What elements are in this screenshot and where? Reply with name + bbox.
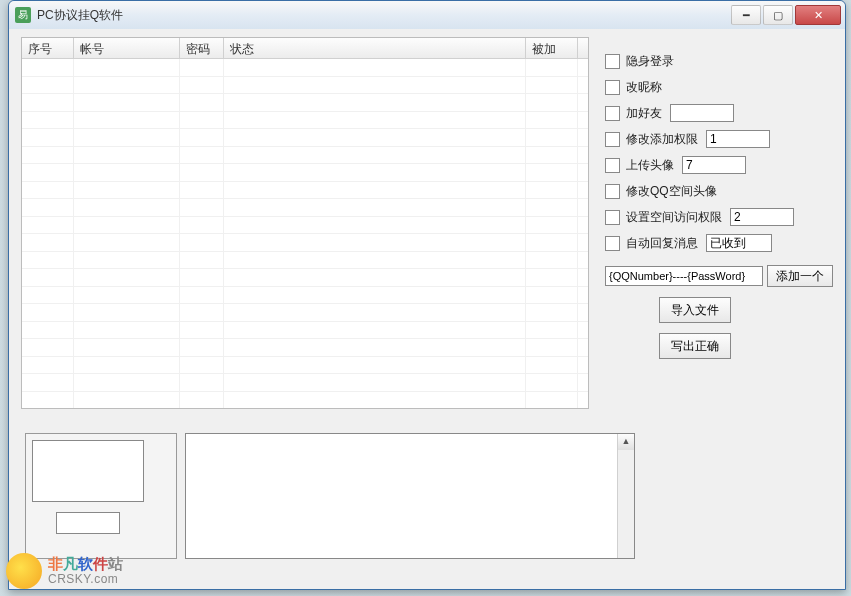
checkbox-modify-perm[interactable]: [605, 132, 620, 147]
table-row[interactable]: [22, 269, 588, 287]
client-area: 序号帐号密码状态被加 隐身登录 改昵称 加好友 修改添加权限: [17, 35, 837, 581]
app-icon: 易: [15, 7, 31, 23]
table-row[interactable]: [22, 392, 588, 409]
label-upload-avatar: 上传头像: [626, 157, 674, 174]
input-modify-perm[interactable]: [706, 130, 770, 148]
preview-box: [25, 433, 177, 559]
scroll-up-icon[interactable]: ▲: [618, 434, 634, 450]
column-header[interactable]: 序号: [22, 38, 74, 58]
add-one-button[interactable]: 添加一个: [767, 265, 833, 287]
checkbox-change-qzone-avatar[interactable]: [605, 184, 620, 199]
column-header[interactable]: 帐号: [74, 38, 180, 58]
table-body: [22, 59, 588, 408]
preview-image: [32, 440, 144, 502]
table-row[interactable]: [22, 147, 588, 165]
table-row[interactable]: [22, 357, 588, 375]
checkbox-auto-reply[interactable]: [605, 236, 620, 251]
bottom-panel: ▲: [21, 423, 641, 573]
table-row[interactable]: [22, 112, 588, 130]
table-row[interactable]: [22, 164, 588, 182]
table-row[interactable]: [22, 77, 588, 95]
input-upload-avatar[interactable]: [682, 156, 746, 174]
maximize-button[interactable]: ▢: [763, 5, 793, 25]
table-row[interactable]: [22, 217, 588, 235]
checkbox-upload-avatar[interactable]: [605, 158, 620, 173]
minimize-button[interactable]: ━: [731, 5, 761, 25]
label-change-qzone-avatar: 修改QQ空间头像: [626, 183, 717, 200]
options-panel: 隐身登录 改昵称 加好友 修改添加权限 上传头像: [605, 51, 835, 359]
input-set-qzone-perm[interactable]: [730, 208, 794, 226]
table-row[interactable]: [22, 59, 588, 77]
preview-input[interactable]: [56, 512, 120, 534]
table-row[interactable]: [22, 339, 588, 357]
label-set-qzone-perm: 设置空间访问权限: [626, 209, 722, 226]
scrollbar[interactable]: ▲: [617, 434, 634, 558]
table-row[interactable]: [22, 374, 588, 392]
accounts-table[interactable]: 序号帐号密码状态被加: [21, 37, 589, 409]
checkbox-change-nick[interactable]: [605, 80, 620, 95]
table-row[interactable]: [22, 199, 588, 217]
titlebar[interactable]: 易 PC协议挂Q软件 ━ ▢ ✕: [9, 1, 845, 29]
table-row[interactable]: [22, 287, 588, 305]
table-row[interactable]: [22, 234, 588, 252]
table-row[interactable]: [22, 129, 588, 147]
window-buttons: ━ ▢ ✕: [731, 5, 841, 25]
column-header[interactable]: 密码: [180, 38, 224, 58]
log-textarea[interactable]: ▲: [185, 433, 635, 559]
checkbox-add-friend[interactable]: [605, 106, 620, 121]
label-change-nick: 改昵称: [626, 79, 662, 96]
close-button[interactable]: ✕: [795, 5, 841, 25]
table-row[interactable]: [22, 252, 588, 270]
app-window: 易 PC协议挂Q软件 ━ ▢ ✕ 序号帐号密码状态被加 隐身登录 改昵称: [8, 0, 846, 590]
input-add-friend[interactable]: [670, 104, 734, 122]
import-file-button[interactable]: 导入文件: [659, 297, 731, 323]
checkbox-set-qzone-perm[interactable]: [605, 210, 620, 225]
table-row[interactable]: [22, 322, 588, 340]
export-correct-button[interactable]: 写出正确: [659, 333, 731, 359]
checkbox-stealth-login[interactable]: [605, 54, 620, 69]
label-stealth-login: 隐身登录: [626, 53, 674, 70]
column-header[interactable]: 状态: [224, 38, 526, 58]
label-modify-perm: 修改添加权限: [626, 131, 698, 148]
table-row[interactable]: [22, 304, 588, 322]
input-auto-reply[interactable]: [706, 234, 772, 252]
table-row[interactable]: [22, 94, 588, 112]
column-header[interactable]: 被加: [526, 38, 578, 58]
label-auto-reply: 自动回复消息: [626, 235, 698, 252]
table-row[interactable]: [22, 182, 588, 200]
table-header: 序号帐号密码状态被加: [22, 38, 588, 59]
window-title: PC协议挂Q软件: [37, 7, 731, 24]
input-template[interactable]: [605, 266, 763, 286]
label-add-friend: 加好友: [626, 105, 662, 122]
